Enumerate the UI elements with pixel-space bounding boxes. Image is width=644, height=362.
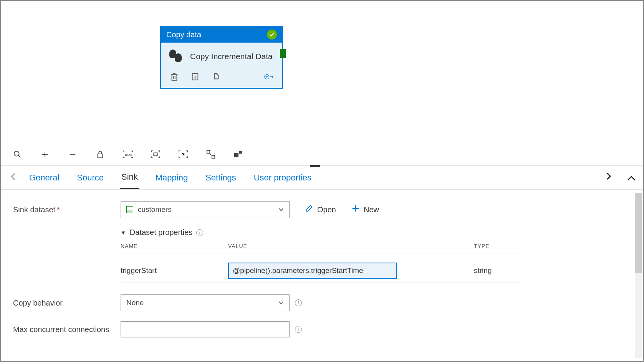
info-icon[interactable]: i (196, 229, 203, 236)
zoom-in-icon[interactable] (39, 149, 51, 160)
copy-behavior-row: Copy behavior None i (13, 294, 631, 311)
tab-user-properties[interactable]: User properties (252, 167, 313, 189)
svg-rect-11 (239, 151, 242, 154)
fullscreen-icon[interactable] (177, 149, 189, 160)
fit-screen-icon[interactable] (150, 149, 161, 160)
add-output-icon[interactable] (264, 72, 274, 82)
max-connections-label: Max concurrent connections (13, 325, 121, 334)
max-connections-input[interactable] (121, 321, 290, 337)
success-output-handle[interactable] (280, 49, 286, 58)
dataset-properties-section: ▼ Dataset properties i NAME VALUE TYPE t… (121, 228, 631, 283)
param-name: triggerStart (121, 266, 228, 275)
scrollbar-thumb[interactable] (635, 193, 642, 273)
info-icon[interactable]: i (295, 326, 302, 333)
svg-rect-9 (212, 155, 215, 158)
svg-text:{}: {} (194, 75, 196, 79)
properties-tabs: General Source Sink Mapping Settings Use… (1, 166, 643, 190)
svg-rect-8 (207, 150, 210, 153)
dataset-properties-header[interactable]: ▼ Dataset properties i (121, 228, 631, 237)
activity-type-label: Copy data (166, 30, 201, 39)
chevron-down-icon (278, 300, 284, 306)
tab-settings[interactable]: Settings (204, 167, 238, 189)
column-name: NAME (121, 243, 228, 249)
activity-body: Copy Incremental Data (161, 43, 282, 66)
dataset-properties-table: NAME VALUE TYPE triggerStart string (121, 243, 520, 283)
collapse-triangle-icon: ▼ (121, 230, 126, 236)
copy-behavior-value: None (126, 299, 144, 307)
activity-actions: {} (161, 66, 282, 88)
table-row: triggerStart string (121, 259, 520, 283)
tab-mapping[interactable]: Mapping (154, 167, 189, 189)
new-dataset-button[interactable]: New (351, 204, 379, 215)
tabs-scroll-right-icon[interactable] (606, 172, 612, 183)
code-icon[interactable]: {} (190, 72, 200, 82)
search-icon[interactable] (12, 149, 23, 160)
tabs-scroll-left-icon[interactable] (10, 172, 16, 183)
clone-icon[interactable] (211, 72, 221, 82)
delete-icon[interactable] (169, 72, 179, 82)
sink-dataset-row: Sink dataset* customers Open New (13, 201, 631, 218)
svg-text:100%: 100% (124, 153, 132, 157)
plus-icon (351, 204, 360, 215)
sink-dataset-value: customers (138, 205, 172, 214)
copy-behavior-label: Copy behavior (13, 299, 121, 307)
pipeline-canvas[interactable]: Copy data Copy Incremental Data {} (1, 1, 643, 143)
svg-point-4 (14, 151, 19, 156)
vertical-scrollbar[interactable] (635, 193, 642, 358)
sink-dataset-label: Sink dataset* (13, 205, 121, 214)
max-connections-row: Max concurrent connections i (13, 321, 631, 337)
column-type: TYPE (474, 243, 520, 249)
tab-sink[interactable]: Sink (120, 166, 139, 189)
dataset-type-icon (126, 206, 133, 213)
collapse-panel-icon[interactable] (627, 172, 636, 183)
validation-success-icon (267, 30, 277, 40)
activity-header: Copy data (161, 26, 282, 43)
pencil-icon (305, 204, 313, 215)
open-dataset-button[interactable]: Open (305, 204, 336, 215)
svg-rect-5 (98, 154, 103, 158)
zoom-out-icon[interactable] (67, 149, 78, 160)
activity-node-copy-data[interactable]: Copy data Copy Incremental Data {} (160, 26, 283, 89)
minimap-icon[interactable] (233, 149, 244, 160)
svg-rect-10 (234, 153, 238, 157)
param-type: string (474, 266, 520, 275)
column-value: VALUE (228, 243, 474, 249)
param-value-input[interactable] (228, 263, 397, 279)
info-icon[interactable]: i (295, 299, 302, 306)
auto-align-icon[interactable] (205, 149, 217, 160)
canvas-toolbar: 100% (1, 143, 643, 166)
chevron-down-icon (278, 207, 284, 213)
sink-dataset-dropdown[interactable]: customers (121, 201, 290, 218)
activity-name: Copy Incremental Data (190, 52, 273, 61)
sink-panel: Sink dataset* customers Open New ▼ (1, 190, 643, 359)
svg-rect-7 (154, 153, 157, 155)
tab-source[interactable]: Source (75, 167, 105, 189)
copy-behavior-dropdown[interactable]: None (121, 294, 290, 311)
svg-rect-0 (172, 75, 177, 81)
copy-data-icon (169, 50, 183, 63)
zoom-reset-icon[interactable]: 100% (122, 149, 134, 160)
tab-general[interactable]: General (28, 167, 61, 189)
lock-icon[interactable] (94, 149, 106, 160)
